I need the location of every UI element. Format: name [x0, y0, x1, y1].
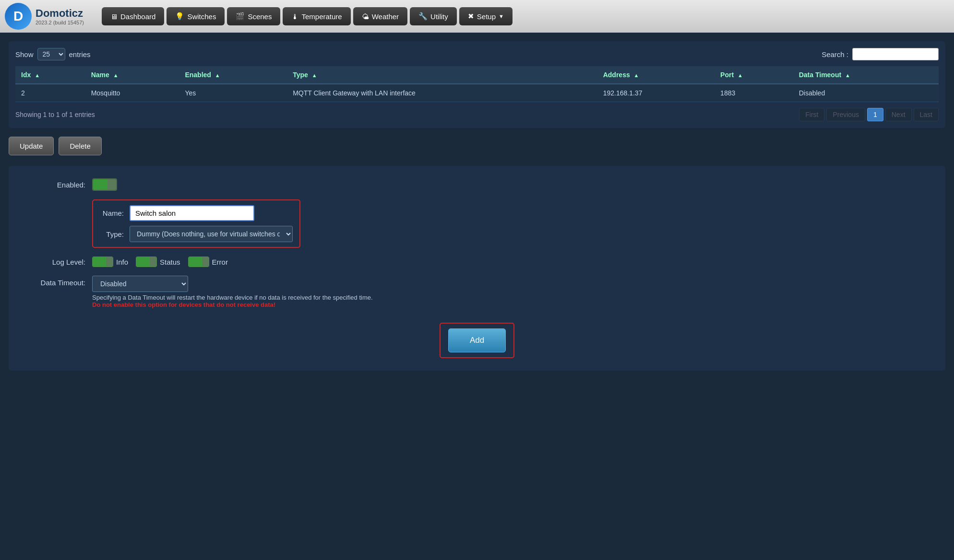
- page-next-btn[interactable]: Next: [885, 108, 912, 121]
- timeout-warning-text: Do not enable this option for devices th…: [92, 301, 373, 308]
- toggle-off-side: [107, 179, 116, 190]
- data-timeout-label: Data Timeout:: [23, 279, 85, 287]
- action-buttons: Update Delete: [9, 137, 945, 155]
- log-info-label: Info: [116, 258, 128, 266]
- type-label: Type:: [100, 230, 124, 238]
- nav-bar: 🖥 Dashboard 💡 Switches 🎬 Scenes 🌡 Temper…: [102, 7, 513, 25]
- hardware-form: Enabled: Name: Type: Dummy (Does nothing…: [9, 166, 945, 371]
- type-row: Type: Dummy (Does nothing, use for virtu…: [100, 226, 293, 242]
- page-first-btn[interactable]: First: [799, 108, 824, 121]
- nav-weather[interactable]: 🌤 Weather: [353, 7, 407, 25]
- col-type[interactable]: Type ▲: [287, 66, 597, 84]
- logo-text: Domoticz 2023.2 (build 15457): [36, 7, 84, 25]
- log-status-item: Status: [136, 257, 180, 267]
- enabled-row: Enabled:: [23, 178, 931, 191]
- log-status-label: Status: [160, 258, 180, 266]
- timeout-info-text: Specifying a Data Timeout will restart t…: [92, 294, 373, 301]
- log-info-on: [93, 257, 106, 267]
- cell-enabled: Yes: [179, 84, 287, 102]
- name-input[interactable]: [130, 205, 254, 221]
- nav-switches[interactable]: 💡 Switches: [167, 7, 225, 25]
- page-num-btn[interactable]: 1: [867, 108, 883, 121]
- main-content: Show 25 10 50 100 entries Search : Idx ▲…: [0, 33, 954, 391]
- add-button-wrapper: Add: [440, 323, 514, 358]
- toggle-on-side: [93, 179, 107, 190]
- cell-type: MQTT Client Gateway with LAN interface: [287, 84, 597, 102]
- log-status-toggle[interactable]: [136, 257, 157, 267]
- hardware-table: Idx ▲ Name ▲ Enabled ▲ Type ▲ Address ▲ …: [15, 66, 939, 102]
- name-type-row: Name: Type: Dummy (Does nothing, use for…: [23, 199, 931, 248]
- type-select[interactable]: Dummy (Does nothing, use for virtual swi…: [130, 226, 293, 242]
- search-input[interactable]: [852, 48, 939, 60]
- data-timeout-select[interactable]: Disabled: [92, 276, 188, 292]
- add-button[interactable]: Add: [448, 328, 506, 352]
- table-controls: Show 25 10 50 100 entries Search :: [15, 48, 939, 60]
- log-status-off: [150, 257, 156, 267]
- log-error-item: Error: [188, 257, 228, 267]
- app-subtitle: 2023.2 (build 15457): [36, 20, 84, 25]
- col-address[interactable]: Address ▲: [597, 66, 715, 84]
- nav-setup[interactable]: ✖ Setup: [459, 7, 513, 25]
- search-label: Search :: [822, 50, 848, 58]
- data-timeout-content: Disabled Specifying a Data Timeout will …: [92, 276, 373, 308]
- app-title: Domoticz: [36, 7, 84, 20]
- show-entries-select[interactable]: 25 10 50 100: [37, 48, 65, 60]
- col-port[interactable]: Port ▲: [715, 66, 793, 84]
- cell-idx: 2: [15, 84, 85, 102]
- nav-dashboard[interactable]: 🖥 Dashboard: [102, 7, 164, 25]
- table-row[interactable]: 2 Mosquitto Yes MQTT Client Gateway with…: [15, 84, 939, 102]
- name-row: Name:: [100, 205, 293, 221]
- col-enabled[interactable]: Enabled ▲: [179, 66, 287, 84]
- header: D Domoticz 2023.2 (build 15457) 🖥 Dashbo…: [0, 0, 954, 33]
- cell-address: 192.168.1.37: [597, 84, 715, 102]
- nav-scenes[interactable]: 🎬 Scenes: [227, 7, 280, 25]
- log-level-row: Log Level: Info Status: [23, 257, 931, 267]
- log-info-item: Info: [92, 257, 128, 267]
- update-button[interactable]: Update: [9, 137, 54, 155]
- enabled-label: Enabled:: [23, 181, 85, 189]
- name-type-box: Name: Type: Dummy (Does nothing, use for…: [92, 199, 300, 248]
- show-label: Show: [15, 50, 34, 58]
- log-error-toggle[interactable]: [188, 257, 209, 267]
- cell-name: Mosquitto: [85, 84, 179, 102]
- log-error-on: [189, 257, 202, 267]
- nav-temperature[interactable]: 🌡 Temperature: [283, 7, 350, 25]
- showing-text: Showing 1 to 1 of 1 entries: [15, 111, 95, 118]
- cell-port: 1883: [715, 84, 793, 102]
- page-last-btn[interactable]: Last: [914, 108, 939, 121]
- col-idx[interactable]: Idx ▲: [15, 66, 85, 84]
- log-toggles: Info Status Error: [92, 257, 228, 267]
- logo-area: D Domoticz 2023.2 (build 15457): [5, 3, 91, 30]
- log-info-toggle[interactable]: [92, 257, 113, 267]
- col-data-timeout[interactable]: Data Timeout ▲: [793, 66, 939, 84]
- col-name[interactable]: Name ▲: [85, 66, 179, 84]
- cell-data-timeout: Disabled: [793, 84, 939, 102]
- nav-utility[interactable]: 🔧 Utility: [410, 7, 457, 25]
- log-error-off: [202, 257, 209, 267]
- page-previous-btn[interactable]: Previous: [826, 108, 865, 121]
- log-level-label: Log Level:: [23, 258, 85, 266]
- log-info-off: [106, 257, 113, 267]
- show-entries: Show 25 10 50 100 entries: [15, 48, 91, 60]
- data-timeout-row: Data Timeout: Disabled Specifying a Data…: [23, 276, 931, 308]
- enabled-toggle[interactable]: [92, 178, 117, 191]
- pagination-buttons: First Previous 1 Next Last: [799, 108, 939, 121]
- hardware-table-section: Show 25 10 50 100 entries Search : Idx ▲…: [9, 41, 945, 128]
- entries-label: entries: [69, 50, 91, 58]
- delete-button[interactable]: Delete: [59, 137, 101, 155]
- log-error-label: Error: [212, 258, 228, 266]
- pagination-row: Showing 1 to 1 of 1 entries First Previo…: [15, 108, 939, 121]
- search-area: Search :: [822, 48, 939, 60]
- name-label: Name:: [100, 209, 124, 217]
- table-header-row: Idx ▲ Name ▲ Enabled ▲ Type ▲ Address ▲ …: [15, 66, 939, 84]
- logo-icon: D: [5, 3, 32, 30]
- add-button-container: Add: [23, 323, 931, 358]
- log-status-on: [136, 257, 150, 267]
